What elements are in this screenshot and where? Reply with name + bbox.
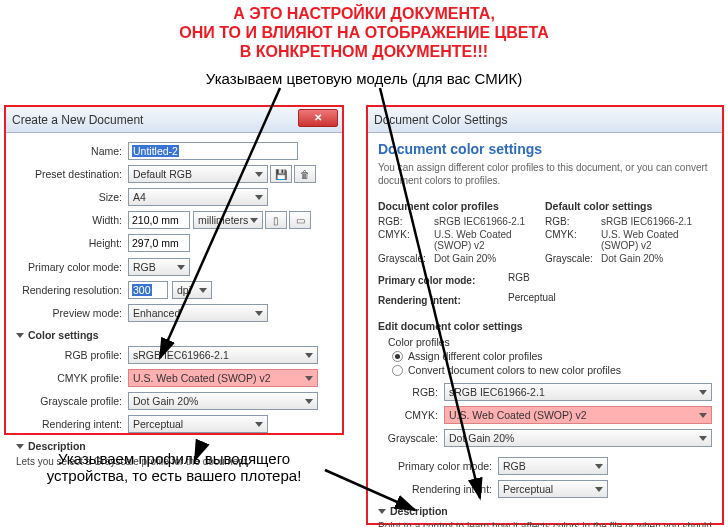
edit-settings-header: Edit document color settings [378,320,712,332]
edit-ri-label: Rendering intent: [378,483,498,495]
edit-grayscale-dropdown[interactable]: Dot Gain 20% [444,429,712,447]
primary-color-mode-label: Primary color mode: [378,275,508,286]
rgb-profile-label: RGB profile: [16,349,128,361]
size-dropdown[interactable]: A4 [128,188,268,206]
rendering-intent-label: Rendering intent: [16,418,128,430]
annotation-red-line2: ОНИ ТО И ВЛИЯЮТ НА ОТОБРАЖЕНИЕ ЦВЕТА [0,23,728,42]
titlebar: Document Color Settings [368,107,722,133]
dialog-title: Create a New Document [12,113,143,127]
profiles-subheader: Document color profiles [378,200,545,212]
preview-dropdown[interactable]: Enhanced [128,304,268,322]
preset-dropdown[interactable]: Default RGB [128,165,268,183]
def-cmyk-value: U.S. Web Coated (SWOP) v2 [601,229,712,251]
edit-rgb-label: RGB: [378,386,444,398]
cmyk-key: CMYK: [378,229,434,251]
annotation-profile-line2: устройства, то есть вашего плотера! [4,467,344,484]
assign-profiles-radio[interactable]: Assign different color profiles [392,350,712,362]
annotation-red-line1: А ЭТО НАСТРОЙКИ ДОКУМЕНТА, [0,4,728,23]
annotation-red-line3: В КОНКРЕТНОМ ДОКУМЕНТЕ!!! [0,42,728,61]
rgb-value: sRGB IEC61966-2.1 [434,216,545,227]
width-input[interactable]: 210,0 mm [128,211,190,229]
rgb-profile-dropdown[interactable]: sRGB IEC61966-2.1 [128,346,318,364]
defaults-subheader: Default color settings [545,200,712,212]
resolution-input[interactable]: 300 [128,281,168,299]
def-grayscale-value: Dot Gain 20% [601,253,712,264]
size-label: Size: [16,191,128,203]
preset-save-button[interactable]: 💾 [270,165,292,183]
name-input[interactable]: Untitled-2 [128,142,298,160]
preset-label: Preset destination: [16,168,128,180]
resolution-label: Rendering resolution: [16,284,128,296]
rendering-intent-dropdown[interactable]: Perceptual [128,415,268,433]
edit-grayscale-label: Grayscale: [378,432,444,444]
height-label: Height: [16,237,128,249]
annotation-profile-line1: Указываем профиль выводящего [4,450,344,467]
edit-pcm-dropdown[interactable]: RGB [498,457,608,475]
preview-label: Preview mode: [16,307,128,319]
color-profiles-label: Color profiles [388,336,712,348]
edit-pcm-label: Primary color mode: [378,460,498,472]
def-grayscale-key: Grayscale: [545,253,601,264]
primary-color-mode-value: RGB [508,272,530,290]
cmyk-profile-dropdown[interactable]: U.S. Web Coated (SWOP) v2 [128,369,318,387]
color-settings-header[interactable]: Color settings [16,329,332,341]
grayscale-profile-dropdown[interactable]: Dot Gain 20% [128,392,318,410]
dialog-title: Document Color Settings [374,113,507,127]
panel-heading: Document color settings [378,141,712,157]
create-document-dialog: Create a New Document ✕ Name: Untitled-2… [4,105,344,435]
width-label: Width: [16,214,128,226]
panel-subtext: You can assign different color profiles … [378,161,712,187]
convert-profiles-radio[interactable]: Convert document colors to new color pro… [392,364,712,376]
name-label: Name: [16,145,128,157]
color-mode-label: Primary color mode: [16,261,128,273]
grayscale-profile-label: Grayscale profile: [16,395,128,407]
close-button[interactable]: ✕ [298,109,338,127]
annotation-color-model: Указываем цветовую модель (для вас СМИК) [0,70,728,87]
description-header[interactable]: Description [378,505,712,517]
document-color-settings-dialog: Document Color Settings Document color s… [366,105,724,525]
edit-cmyk-dropdown[interactable]: U.S. Web Coated (SWOP) v2 [444,406,712,424]
grayscale-key: Grayscale: [378,253,434,264]
cmyk-profile-label: CMYK profile: [16,372,128,384]
edit-ri-dropdown[interactable]: Perceptual [498,480,608,498]
def-rgb-key: RGB: [545,216,601,227]
orientation-landscape-button[interactable]: ▭ [289,211,311,229]
rendering-intent-value: Perceptual [508,292,556,310]
edit-rgb-dropdown[interactable]: sRGB IEC61966-2.1 [444,383,712,401]
rendering-intent-label: Rendering intent: [378,295,508,306]
height-input[interactable]: 297,0 mm [128,234,190,252]
cmyk-value: U.S. Web Coated (SWOP) v2 [434,229,545,251]
titlebar: Create a New Document ✕ [6,107,342,133]
description-text: Point to a control to learn how it affec… [378,521,712,527]
def-rgb-value: sRGB IEC61966-2.1 [601,216,712,227]
color-mode-dropdown[interactable]: RGB [128,258,190,276]
def-cmyk-key: CMYK: [545,229,601,251]
grayscale-value: Dot Gain 20% [434,253,545,264]
orientation-portrait-button[interactable]: ▯ [265,211,287,229]
preset-delete-button[interactable]: 🗑 [294,165,316,183]
width-units-dropdown[interactable]: millimeters [193,211,263,229]
edit-cmyk-label: CMYK: [378,409,444,421]
rgb-key: RGB: [378,216,434,227]
resolution-unit-dropdown[interactable]: dpi [172,281,212,299]
